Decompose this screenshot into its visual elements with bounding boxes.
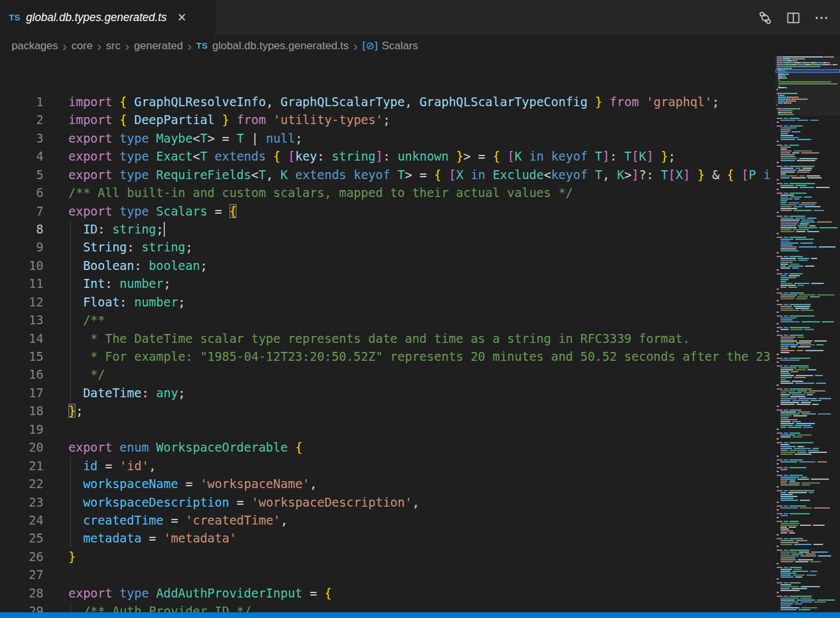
line-number[interactable]: 14 (0, 329, 43, 347)
line-number[interactable]: 29 (0, 602, 43, 612)
breadcrumb-symbol[interactable]: [⊘] Scalars (362, 40, 418, 52)
line-number[interactable]: 27 (0, 566, 43, 583)
code-line[interactable]: 4export type Exact<T extends { [key: str… (0, 147, 770, 165)
breadcrumb-folder-src[interactable]: src (106, 40, 121, 52)
breadcrumb-symbol-label: Scalars (382, 40, 418, 52)
line-number[interactable]: 1 (0, 93, 43, 111)
code-line[interactable]: 12 Float: number; (0, 293, 770, 311)
code-token: : (383, 149, 398, 163)
line-number[interactable]: 24 (0, 511, 43, 529)
line-number[interactable]: 26 (0, 548, 43, 566)
code-token: Scalars (156, 204, 207, 218)
code-line[interactable]: 20export enum WorkspaceOrderable { (0, 438, 770, 456)
line-number[interactable]: 20 (0, 438, 43, 456)
line-number[interactable]: 9 (0, 238, 43, 256)
line-number[interactable]: 13 (0, 311, 43, 329)
code-token: ; (178, 295, 185, 309)
breadcrumb-folder-core[interactable]: core (72, 40, 93, 52)
line-number[interactable]: 7 (0, 202, 43, 220)
code-token: } (68, 404, 75, 418)
code-line[interactable]: 11 Int: number; (0, 274, 770, 292)
code-token: DeepPartial (127, 113, 222, 127)
line-number[interactable]: 25 (0, 529, 43, 547)
code-line[interactable]: 28export type AddAuthProviderInput = { (0, 584, 770, 602)
code-token: /** All built-in and custom scalars, map… (68, 186, 573, 200)
code-line[interactable]: 7export type Scalars = { (0, 202, 770, 220)
code-line[interactable]: 15 * For example: "1985-04-12T23:20:50.5… (0, 347, 770, 365)
code-line[interactable]: 21 id = 'id', (0, 457, 770, 475)
code-token: : (134, 258, 149, 273)
more-actions-button[interactable] (811, 7, 832, 29)
code-line[interactable]: 27 (0, 566, 770, 583)
status-bar-accent (0, 612, 840, 618)
code-line[interactable]: 18}; (0, 402, 770, 420)
code-token: * For example: "1985-04-12T23:20:50.52Z"… (68, 349, 770, 363)
line-number[interactable]: 6 (0, 184, 43, 202)
code-line[interactable]: 16 */ (0, 365, 770, 383)
code-line[interactable]: 26} (0, 548, 770, 566)
code-token: extends keyof (295, 168, 398, 182)
close-tab-icon[interactable]: × (175, 10, 189, 25)
code-token: [ (508, 149, 515, 163)
code-token: { (324, 586, 331, 600)
minimap[interactable] (775, 56, 840, 612)
code-token: ; (383, 113, 390, 127)
code-token: type (120, 131, 156, 145)
code-line[interactable]: 6/** All built-in and custom scalars, ma… (0, 184, 770, 202)
code-line[interactable]: 19 (0, 420, 770, 438)
code-line[interactable]: 9 String: string; (0, 238, 770, 256)
code-token: ; (712, 95, 719, 109)
line-number[interactable]: 21 (0, 457, 43, 475)
line-number[interactable]: 3 (0, 129, 43, 147)
line-number[interactable]: 11 (0, 274, 43, 292)
line-number[interactable]: 18 (0, 402, 43, 420)
code-token: GraphQLResolveInfo (127, 95, 266, 109)
line-number[interactable]: 12 (0, 293, 43, 311)
code-line[interactable]: 14 * The DateTime scalar type represents… (0, 329, 770, 347)
code-token: AddAuthProviderInput (156, 586, 302, 600)
split-editor-button[interactable] (782, 7, 804, 29)
code-line[interactable]: 24 createdTime = 'createdTime', (0, 511, 770, 529)
minimap-canvas (775, 56, 840, 612)
breadcrumb-file[interactable]: TS global.db.types.generated.ts (196, 40, 348, 52)
code-token: = (302, 586, 324, 600)
code-editor[interactable]: 1import { GraphQLResolveInfo, GraphQLSca… (0, 56, 770, 612)
code-line[interactable]: 13 /** (0, 311, 770, 329)
code-line[interactable]: 29 /** Auth Provider ID */ (0, 602, 770, 612)
tab-global-db-types[interactable]: TS global.db.types.generated.ts × (0, 0, 215, 35)
code-line[interactable]: 22 workspaceName = 'workspaceName', (0, 475, 770, 493)
code-line[interactable]: 5export type RequireFields<T, K extends … (0, 166, 770, 184)
code-token: workspaceName (68, 477, 178, 491)
code-line[interactable]: 25 metadata = 'metadata' (0, 529, 770, 547)
code-line[interactable]: 10 Boolean: boolean; (0, 257, 770, 274)
line-number[interactable]: 8 (0, 220, 43, 238)
code-line[interactable]: 23 workspaceDescription = 'workspaceDesc… (0, 493, 770, 511)
code-line[interactable]: 1import { GraphQLResolveInfo, GraphQLSca… (0, 93, 770, 111)
open-changes-button[interactable] (754, 7, 776, 29)
code-line[interactable]: 2import { DeepPartial } from 'utility-ty… (0, 111, 770, 129)
code-token: > = (405, 168, 434, 182)
code-token: ; (295, 131, 302, 145)
breadcrumb-folder-generated[interactable]: generated (134, 40, 183, 52)
code-line[interactable]: 3export type Maybe<T> = T | null; (0, 129, 770, 147)
code-token: import (68, 113, 120, 127)
code-token: number (134, 295, 178, 309)
code-text: import { GraphQLResolveInfo, GraphQLScal… (43, 93, 719, 111)
breadcrumb-folder-packages[interactable]: packages (12, 40, 58, 52)
line-number[interactable]: 4 (0, 147, 43, 165)
code-token: , (405, 95, 419, 109)
line-number[interactable]: 17 (0, 384, 43, 402)
code-text: workspaceDescription = 'workspaceDescrip… (43, 493, 419, 511)
line-number[interactable]: 5 (0, 166, 43, 184)
line-number[interactable]: 2 (0, 111, 43, 129)
line-number[interactable]: 22 (0, 475, 43, 493)
code-token: ; (75, 404, 82, 418)
line-number[interactable]: 15 (0, 347, 43, 365)
line-number[interactable]: 19 (0, 420, 43, 438)
line-number[interactable]: 23 (0, 493, 43, 511)
line-number[interactable]: 10 (0, 257, 43, 274)
line-number[interactable]: 28 (0, 584, 43, 602)
code-line[interactable]: 17 DateTime: any; (0, 384, 770, 402)
line-number[interactable]: 16 (0, 365, 43, 383)
code-line[interactable]: 8 ID: string; (0, 220, 770, 238)
